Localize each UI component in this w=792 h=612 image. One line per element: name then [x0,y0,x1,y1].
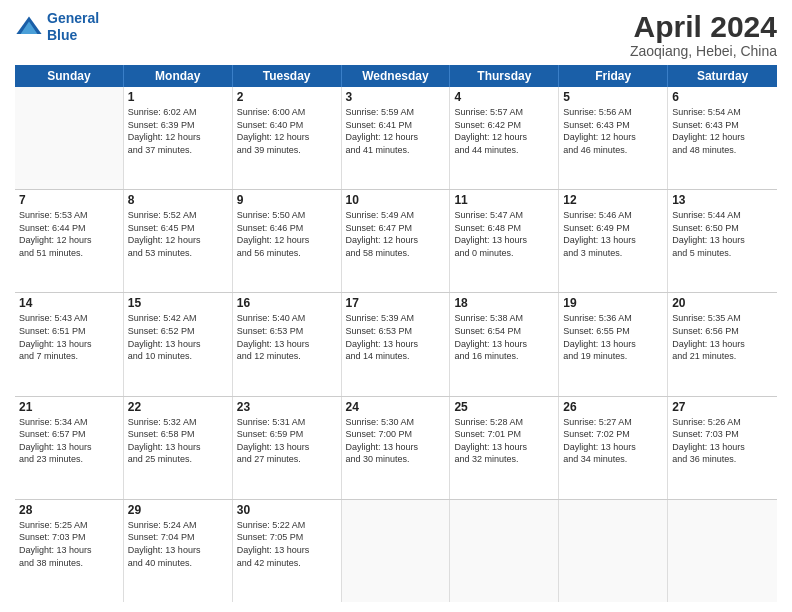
day-number: 7 [19,193,119,207]
logo-blue: Blue [47,27,77,43]
day-info: Sunrise: 5:50 AM Sunset: 6:46 PM Dayligh… [237,209,337,259]
day-number: 18 [454,296,554,310]
calendar-cell: 11Sunrise: 5:47 AM Sunset: 6:48 PM Dayli… [450,190,559,292]
calendar-cell: 15Sunrise: 5:42 AM Sunset: 6:52 PM Dayli… [124,293,233,395]
calendar-cell: 8Sunrise: 5:52 AM Sunset: 6:45 PM Daylig… [124,190,233,292]
weekday-header: Tuesday [233,65,342,87]
day-number: 14 [19,296,119,310]
calendar-cell: 10Sunrise: 5:49 AM Sunset: 6:47 PM Dayli… [342,190,451,292]
day-number: 29 [128,503,228,517]
day-info: Sunrise: 5:39 AM Sunset: 6:53 PM Dayligh… [346,312,446,362]
calendar-cell: 5Sunrise: 5:56 AM Sunset: 6:43 PM Daylig… [559,87,668,189]
header: General Blue April 2024 Zaoqiang, Hebei,… [15,10,777,59]
day-number: 26 [563,400,663,414]
calendar-cell: 4Sunrise: 5:57 AM Sunset: 6:42 PM Daylig… [450,87,559,189]
day-number: 5 [563,90,663,104]
title-block: April 2024 Zaoqiang, Hebei, China [630,10,777,59]
calendar-cell: 22Sunrise: 5:32 AM Sunset: 6:58 PM Dayli… [124,397,233,499]
day-number: 12 [563,193,663,207]
day-number: 24 [346,400,446,414]
day-info: Sunrise: 5:42 AM Sunset: 6:52 PM Dayligh… [128,312,228,362]
calendar-cell: 26Sunrise: 5:27 AM Sunset: 7:02 PM Dayli… [559,397,668,499]
day-info: Sunrise: 5:43 AM Sunset: 6:51 PM Dayligh… [19,312,119,362]
day-number: 25 [454,400,554,414]
calendar-cell: 30Sunrise: 5:22 AM Sunset: 7:05 PM Dayli… [233,500,342,602]
day-number: 16 [237,296,337,310]
day-info: Sunrise: 5:25 AM Sunset: 7:03 PM Dayligh… [19,519,119,569]
day-number: 23 [237,400,337,414]
calendar-cell: 3Sunrise: 5:59 AM Sunset: 6:41 PM Daylig… [342,87,451,189]
logo: General Blue [15,10,99,44]
calendar-row: 21Sunrise: 5:34 AM Sunset: 6:57 PM Dayli… [15,397,777,500]
day-info: Sunrise: 5:54 AM Sunset: 6:43 PM Dayligh… [672,106,773,156]
day-info: Sunrise: 6:00 AM Sunset: 6:40 PM Dayligh… [237,106,337,156]
day-info: Sunrise: 5:34 AM Sunset: 6:57 PM Dayligh… [19,416,119,466]
day-info: Sunrise: 5:38 AM Sunset: 6:54 PM Dayligh… [454,312,554,362]
day-number: 13 [672,193,773,207]
calendar-row: 28Sunrise: 5:25 AM Sunset: 7:03 PM Dayli… [15,500,777,602]
calendar-cell: 2Sunrise: 6:00 AM Sunset: 6:40 PM Daylig… [233,87,342,189]
day-info: Sunrise: 5:35 AM Sunset: 6:56 PM Dayligh… [672,312,773,362]
calendar-cell: 25Sunrise: 5:28 AM Sunset: 7:01 PM Dayli… [450,397,559,499]
page: General Blue April 2024 Zaoqiang, Hebei,… [0,0,792,612]
day-number: 15 [128,296,228,310]
day-info: Sunrise: 5:53 AM Sunset: 6:44 PM Dayligh… [19,209,119,259]
day-info: Sunrise: 5:32 AM Sunset: 6:58 PM Dayligh… [128,416,228,466]
day-info: Sunrise: 5:52 AM Sunset: 6:45 PM Dayligh… [128,209,228,259]
day-number: 21 [19,400,119,414]
day-info: Sunrise: 5:57 AM Sunset: 6:42 PM Dayligh… [454,106,554,156]
day-info: Sunrise: 5:24 AM Sunset: 7:04 PM Dayligh… [128,519,228,569]
day-number: 30 [237,503,337,517]
logo-text: General Blue [47,10,99,44]
day-number: 2 [237,90,337,104]
calendar-cell: 18Sunrise: 5:38 AM Sunset: 6:54 PM Dayli… [450,293,559,395]
calendar-cell: 16Sunrise: 5:40 AM Sunset: 6:53 PM Dayli… [233,293,342,395]
weekday-header: Sunday [15,65,124,87]
weekday-header: Monday [124,65,233,87]
calendar-cell: 20Sunrise: 5:35 AM Sunset: 6:56 PM Dayli… [668,293,777,395]
calendar-row: 7Sunrise: 5:53 AM Sunset: 6:44 PM Daylig… [15,190,777,293]
calendar-cell [559,500,668,602]
day-info: Sunrise: 5:36 AM Sunset: 6:55 PM Dayligh… [563,312,663,362]
calendar-header: SundayMondayTuesdayWednesdayThursdayFrid… [15,65,777,87]
day-info: Sunrise: 5:26 AM Sunset: 7:03 PM Dayligh… [672,416,773,466]
weekday-header: Friday [559,65,668,87]
calendar-cell: 29Sunrise: 5:24 AM Sunset: 7:04 PM Dayli… [124,500,233,602]
day-number: 22 [128,400,228,414]
day-number: 9 [237,193,337,207]
day-number: 8 [128,193,228,207]
calendar-cell [450,500,559,602]
calendar-row: 1Sunrise: 6:02 AM Sunset: 6:39 PM Daylig… [15,87,777,190]
day-number: 6 [672,90,773,104]
calendar-cell [342,500,451,602]
calendar-cell: 28Sunrise: 5:25 AM Sunset: 7:03 PM Dayli… [15,500,124,602]
day-info: Sunrise: 5:31 AM Sunset: 6:59 PM Dayligh… [237,416,337,466]
main-title: April 2024 [630,10,777,43]
calendar: SundayMondayTuesdayWednesdayThursdayFrid… [15,65,777,602]
calendar-cell: 9Sunrise: 5:50 AM Sunset: 6:46 PM Daylig… [233,190,342,292]
day-number: 11 [454,193,554,207]
calendar-cell: 21Sunrise: 5:34 AM Sunset: 6:57 PM Dayli… [15,397,124,499]
calendar-row: 14Sunrise: 5:43 AM Sunset: 6:51 PM Dayli… [15,293,777,396]
day-info: Sunrise: 5:22 AM Sunset: 7:05 PM Dayligh… [237,519,337,569]
day-info: Sunrise: 5:47 AM Sunset: 6:48 PM Dayligh… [454,209,554,259]
day-info: Sunrise: 5:40 AM Sunset: 6:53 PM Dayligh… [237,312,337,362]
calendar-cell: 24Sunrise: 5:30 AM Sunset: 7:00 PM Dayli… [342,397,451,499]
day-info: Sunrise: 5:44 AM Sunset: 6:50 PM Dayligh… [672,209,773,259]
day-info: Sunrise: 6:02 AM Sunset: 6:39 PM Dayligh… [128,106,228,156]
subtitle: Zaoqiang, Hebei, China [630,43,777,59]
weekday-header: Thursday [450,65,559,87]
logo-icon [15,13,43,41]
day-number: 27 [672,400,773,414]
calendar-cell [668,500,777,602]
calendar-cell: 6Sunrise: 5:54 AM Sunset: 6:43 PM Daylig… [668,87,777,189]
day-number: 4 [454,90,554,104]
day-info: Sunrise: 5:59 AM Sunset: 6:41 PM Dayligh… [346,106,446,156]
day-number: 1 [128,90,228,104]
day-number: 20 [672,296,773,310]
day-number: 10 [346,193,446,207]
calendar-cell: 23Sunrise: 5:31 AM Sunset: 6:59 PM Dayli… [233,397,342,499]
logo-general: General [47,10,99,26]
calendar-cell: 14Sunrise: 5:43 AM Sunset: 6:51 PM Dayli… [15,293,124,395]
calendar-cell: 1Sunrise: 6:02 AM Sunset: 6:39 PM Daylig… [124,87,233,189]
